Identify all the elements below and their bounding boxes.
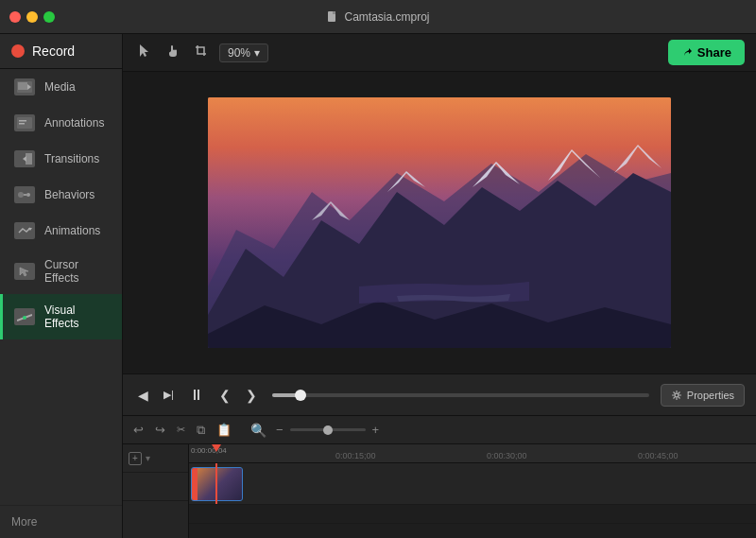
track-header-2 <box>123 473 188 501</box>
svg-rect-3 <box>18 82 27 90</box>
sidebar-item-cursor-effects[interactable]: Cursor Effects <box>0 249 122 294</box>
zoom-value: 90% <box>228 46 250 60</box>
sidebar-item-animations[interactable]: Animations <box>0 213 122 249</box>
paste-button[interactable]: 📋 <box>214 421 234 439</box>
ruler-mark-label-3: 0:00:45;00 <box>638 451 679 460</box>
sidebar-item-visual-effects[interactable]: Visual Effects <box>0 294 122 339</box>
annotations-icon <box>14 114 35 131</box>
progress-thumb[interactable] <box>295 390 306 401</box>
chevron-down-icon: ▾ <box>254 46 260 60</box>
select-tool-icon[interactable] <box>134 42 155 64</box>
preview-area <box>123 72 756 373</box>
track-row-1 <box>189 463 756 505</box>
sidebar-item-label: Animations <box>44 224 100 237</box>
crop-tool-icon[interactable] <box>191 43 212 63</box>
properties-button[interactable]: Properties <box>661 384 745 407</box>
window-title: Camtasia.cmproj <box>326 10 429 24</box>
close-button[interactable] <box>9 11 21 23</box>
playhead-arrow <box>212 444 221 452</box>
timeline-tracks-header: + ▾ <box>123 444 189 538</box>
step-forward-button[interactable]: ▶| <box>160 385 178 405</box>
maximize-button[interactable] <box>43 11 55 23</box>
track-header-1: + ▾ <box>123 444 188 473</box>
svg-point-18 <box>675 393 679 397</box>
timeline-toolbar: ↩ ↪ ✂ ⧉ 📋 🔍 − + <box>123 416 756 444</box>
prev-frame-button[interactable]: ❮ <box>215 384 234 407</box>
window-controls[interactable] <box>9 11 55 23</box>
track-collapse-arrow[interactable]: ▾ <box>146 453 150 463</box>
timecode-display: 0:00:00;04 <box>191 446 227 455</box>
undo-button[interactable]: ↩ <box>130 421 146 439</box>
video-preview <box>208 97 671 348</box>
next-frame-button[interactable]: ❯ <box>242 384 261 407</box>
pause-button[interactable]: ⏸ <box>185 383 208 408</box>
hand-tool-icon[interactable] <box>163 42 183 64</box>
record-dot-icon <box>11 44 25 58</box>
behaviors-icon <box>14 186 35 203</box>
svg-point-12 <box>26 193 30 197</box>
cut-button[interactable]: ✂ <box>174 422 188 438</box>
zoom-minus-button[interactable]: − <box>273 421 286 439</box>
sidebar: Record Media Annotations Transitions <box>0 34 123 538</box>
record-label: Record <box>32 43 75 59</box>
visual-effects-icon <box>14 308 35 325</box>
more-button[interactable]: More <box>0 505 122 538</box>
gear-icon <box>671 390 682 401</box>
sidebar-item-label: Cursor Effects <box>44 258 111 285</box>
track-clip-thumbnail <box>198 468 242 500</box>
sidebar-item-label: Transitions <box>44 152 99 165</box>
zoom-plus-button[interactable]: + <box>369 421 383 439</box>
timeline-ruler: 0:00:00;04 0:00:15;00 0:00:30;00 0:00:45… <box>189 444 756 463</box>
svg-rect-7 <box>19 123 25 125</box>
zoom-slider-thumb[interactable] <box>323 425 333 435</box>
minimize-button[interactable] <box>26 11 38 23</box>
playback-progress[interactable] <box>272 393 649 397</box>
file-icon <box>326 10 339 24</box>
track-add-button[interactable]: + <box>129 452 142 465</box>
svg-rect-8 <box>17 153 24 165</box>
copy-button[interactable]: ⧉ <box>194 421 208 440</box>
timeline-content: + ▾ 0:00:00;04 0:00:15;00 0:00:30;00 <box>123 444 756 538</box>
media-icon <box>14 78 35 95</box>
svg-point-16 <box>23 316 26 320</box>
ruler-mark-label-1: 0:00:15;00 <box>335 451 376 460</box>
share-icon <box>681 47 693 59</box>
zoom-control[interactable]: 90% ▾ <box>219 43 268 62</box>
timeline-ruler-and-tracks: 0:00:00;04 0:00:15;00 0:00:30;00 0:00:45… <box>189 444 756 538</box>
track-row-2 <box>189 505 756 524</box>
ruler-mark-label-2: 0:00:30;00 <box>487 451 527 460</box>
svg-point-11 <box>18 192 24 198</box>
video-landscape-svg <box>208 97 671 348</box>
animations-icon <box>14 222 35 239</box>
svg-rect-6 <box>19 120 26 122</box>
timeline-tracks <box>189 463 756 524</box>
sidebar-item-label: Annotations <box>44 116 104 130</box>
sidebar-item-annotations[interactable]: Annotations <box>0 105 122 141</box>
sidebar-item-behaviors[interactable]: Behaviors <box>0 177 122 213</box>
svg-rect-1 <box>333 11 335 14</box>
playback-bar: ◀ ▶| ⏸ ❮ ❯ Properties <box>123 373 756 415</box>
sidebar-item-label: Visual Effects <box>44 304 111 330</box>
sidebar-item-transitions[interactable]: Transitions <box>0 141 122 177</box>
content-area: 90% ▾ Share <box>123 34 756 538</box>
toolbar-left: 90% ▾ <box>134 42 268 64</box>
sidebar-items: Media Annotations Transitions Behaviors <box>0 69 122 505</box>
playhead-line[interactable] <box>215 463 217 504</box>
transitions-icon <box>14 150 35 167</box>
timeline-area: ↩ ↪ ✂ ⧉ 📋 🔍 − + + <box>123 415 756 538</box>
app-body: Record Media Annotations Transitions <box>0 34 756 538</box>
titlebar: Camtasia.cmproj <box>0 0 756 34</box>
timeline-zoom-bar: 🔍 − + <box>248 421 382 440</box>
record-button[interactable]: Record <box>0 34 122 69</box>
share-button[interactable]: Share <box>668 40 745 65</box>
sidebar-item-media[interactable]: Media <box>0 69 122 105</box>
sidebar-item-label: Media <box>44 80 76 94</box>
zoom-in-icon[interactable]: 🔍 <box>248 421 269 440</box>
zoom-slider[interactable] <box>290 428 366 431</box>
sidebar-item-label: Behaviors <box>44 188 94 201</box>
redo-button[interactable]: ↪ <box>152 421 168 439</box>
main-toolbar: 90% ▾ Share <box>123 34 756 72</box>
cursor-effects-icon <box>14 263 35 280</box>
rewind-button[interactable]: ◀ <box>134 384 152 407</box>
title-text: Camtasia.cmproj <box>344 10 429 24</box>
